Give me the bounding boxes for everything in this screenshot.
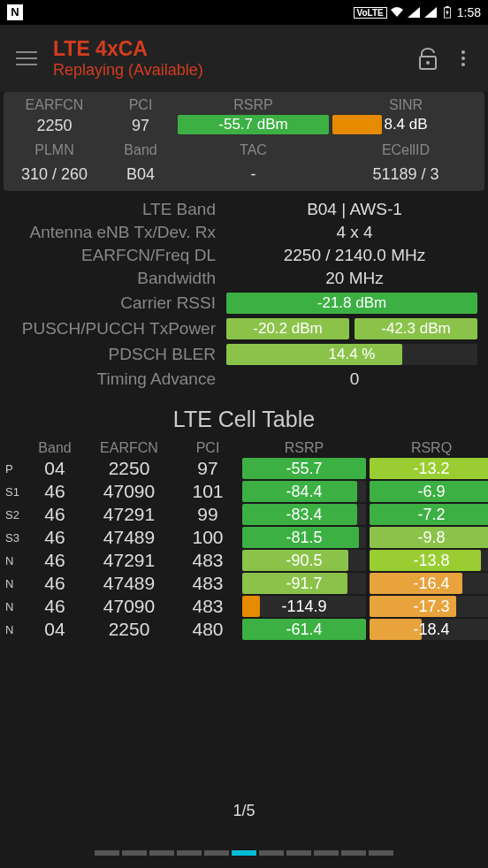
label-timing: Timing Advance [5,369,226,389]
label-antenna: Antenna eNB Tx/Dev. Rx [5,223,226,242]
battery-charging-icon [440,6,454,19]
value-bandwidth: 20 MHz [226,269,483,288]
page-dot[interactable] [122,850,147,856]
table-row: P 04 2250 97 -55.7 -13.2 [4,457,484,480]
carrier-rssi-bar: -21.8 dBm [226,293,477,314]
table-row: N 46 47291 483 -90.5 -13.8 [4,549,484,572]
value-pci: 97 [105,115,176,137]
table-row: N 04 2250 480 -61.4 -18.4 [4,618,484,641]
label-bandwidth: Bandwidth [5,269,226,288]
pucch-bar: -42.3 dBm [355,318,477,339]
pusch-bar: -20.2 dBm [226,318,349,339]
header-pci: PCI [105,95,176,115]
page-dot[interactable] [314,850,339,856]
wifi-icon [390,6,404,19]
value-timing: 0 [226,369,483,389]
menu-button[interactable] [7,39,46,78]
signal-icon-1 [407,6,421,19]
value-plmn: 310 / 260 [4,164,105,186]
app-bar: LTE 4xCA Replaying (Available) [0,25,488,92]
label-carrier-rssi: Carrier RSSI [5,293,226,313]
label-lte-band: LTE Band [5,200,226,219]
notification-icon: N [7,4,23,20]
page-dot[interactable] [286,850,311,856]
page-indicator: 1/5 [0,802,488,820]
header-rsrp: RSRP [176,95,331,115]
value-band: B04 [105,164,176,186]
value-ecellid: 51189 / 3 [331,164,481,186]
label-earfcn-freq: EARFCN/Freq DL [5,246,226,265]
page-dot[interactable] [341,850,366,856]
page-dot[interactable] [232,850,256,856]
table-row: N 46 47090 483 -114.9 -17.3 [4,595,484,618]
label-pusch: PUSCH/PUCCH TxPower [5,319,226,339]
signal-icon-2 [423,6,438,19]
lock-button[interactable] [410,41,446,76]
cell-table-title: LTE Cell Table [0,407,488,432]
header-plmn: PLMN [4,141,105,160]
table-row: N 46 47489 483 -91.7 -16.4 [4,572,484,595]
pdsch-bar: 14.4 % [226,344,477,365]
svg-point-3 [426,61,430,65]
rsrp-bar: -55.7 dBm [178,115,329,134]
volte-badge: VoLTE [354,7,387,19]
details-section: LTE Band B04 | AWS-1 Antenna eNB Tx/Dev.… [0,198,488,391]
header-sinr: SINR [331,95,481,115]
title-block: LTE 4xCA Replaying (Available) [46,37,410,80]
info-panel: EARFCN PCI RSRP SINR 2250 97 -55.7 dBm 8… [4,92,484,191]
status-bar: N VoLTE 1:58 [0,0,488,25]
cell-table-header: Band EARFCN PCI RSRP RSRQ [4,439,484,457]
more-button[interactable] [446,41,481,76]
header-ecellid: ECellID [331,141,481,160]
page-dot[interactable] [95,850,119,856]
value-earfcn-freq: 2250 / 2140.0 MHz [226,246,483,265]
table-row: S3 46 47489 100 -81.5 -9.8 [4,526,484,549]
table-row: S2 46 47291 99 -83.4 -7.2 [4,503,484,526]
page-dot[interactable] [204,850,229,856]
page-dot[interactable] [177,850,202,856]
page-title: LTE 4xCA [53,37,410,61]
value-earfcn: 2250 [4,115,105,137]
header-earfcn: EARFCN [4,95,105,115]
page-dot[interactable] [149,850,174,856]
svg-rect-1 [446,6,449,8]
page-dot[interactable] [259,850,284,856]
header-band: Band [105,141,176,160]
header-tac: TAC [176,141,331,160]
cell-table: Band EARFCN PCI RSRP RSRQ P 04 2250 97 -… [0,439,488,641]
sinr-bar: 8.4 dB [332,115,479,134]
value-antenna: 4 x 4 [226,223,483,242]
value-lte-band: B04 | AWS-1 [226,200,483,219]
value-tac: - [176,164,331,186]
page-dots[interactable] [0,850,488,856]
page-subtitle: Replaying (Available) [53,61,410,80]
table-row: S1 46 47090 101 -84.4 -6.9 [4,480,484,503]
page-dot[interactable] [369,850,393,856]
clock: 1:58 [457,5,481,19]
label-pdsch: PDSCH BLER [5,345,226,364]
